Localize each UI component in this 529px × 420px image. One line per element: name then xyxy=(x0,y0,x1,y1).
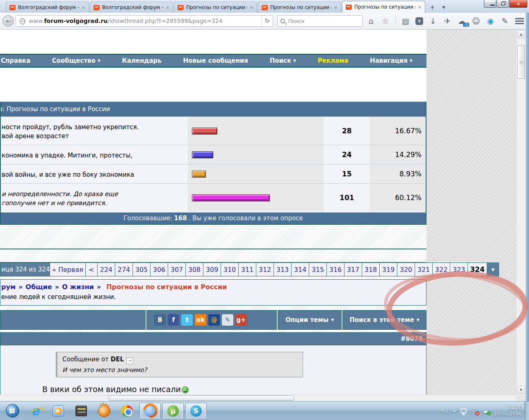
address-bar[interactable]: www.forum-volgograd.ru/showthread.php?t=… xyxy=(16,15,273,27)
page-link[interactable]: 322 xyxy=(432,262,450,276)
tab-close-icon[interactable]: × xyxy=(166,5,169,10)
social-share-icon[interactable]: @ xyxy=(208,314,220,326)
page-link[interactable]: 316 xyxy=(326,262,344,276)
taskbar-item-internet-explorer[interactable]: e xyxy=(25,403,46,419)
page-link[interactable]: 308 xyxy=(185,262,203,276)
forum-nav-item[interactable]: Навигация▼ xyxy=(370,57,413,64)
page-link[interactable]: 320 xyxy=(397,262,415,276)
forum-nav-item[interactable]: Реклама▼ xyxy=(318,57,349,64)
page-link[interactable]: 311 xyxy=(238,262,256,276)
breadcrumb-item[interactable]: Общие xyxy=(25,283,52,291)
page-link[interactable]: 313 xyxy=(274,262,292,276)
start-button[interactable] xyxy=(2,403,23,419)
page-link[interactable]: 224 xyxy=(97,262,115,276)
tab-close-icon[interactable]: × xyxy=(250,5,253,10)
page-link[interactable]: < xyxy=(85,262,98,276)
page-link[interactable]: 319 xyxy=(379,262,397,276)
home-icon[interactable]: ⌂ xyxy=(367,16,376,25)
search-input[interactable]: Поиск xyxy=(277,15,363,27)
page-link[interactable]: 317 xyxy=(344,262,362,276)
breadcrumb-item[interactable]: О жизни xyxy=(62,283,94,291)
downloads-icon[interactable]: ↓ xyxy=(429,16,438,25)
scroll-up-icon[interactable]: ▲ xyxy=(517,30,525,38)
taskbar-item-utorrent[interactable]: µ xyxy=(162,403,184,419)
page-link[interactable]: 274 xyxy=(115,262,133,276)
network-icon[interactable] xyxy=(461,409,467,413)
social-share-icon[interactable]: ok xyxy=(195,314,206,326)
forum-nav-item[interactable]: Календарь▼ xyxy=(122,57,161,64)
horizontal-scrollbar[interactable] xyxy=(0,395,516,401)
browser-tab[interactable]: Волгоградский форум - Р... × xyxy=(90,2,173,13)
browser-tab[interactable]: Прогнозы по ситуации в Р... × xyxy=(258,2,341,13)
taskbar-item-media-player[interactable]: ▶ xyxy=(48,403,69,419)
forum-nav-item[interactable]: Сообщество▼ xyxy=(52,57,100,64)
post-number[interactable]: #8076 xyxy=(401,335,423,342)
vertical-scrollbar-thumb[interactable] xyxy=(517,45,525,79)
taskbar-item-gom-player[interactable] xyxy=(93,403,115,419)
view-post-icon[interactable]: → xyxy=(126,358,133,364)
thread-options-button[interactable]: Опции темы▼ xyxy=(278,310,342,330)
taskbar-clock[interactable]: 21:20 15.01.2016 xyxy=(494,405,522,417)
taskbar-item-firefox[interactable] xyxy=(139,403,161,419)
taskbar-item-skype[interactable]: S xyxy=(185,403,207,419)
page-link[interactable]: 318 xyxy=(362,262,380,276)
send-tab-icon[interactable]: ✈ xyxy=(443,16,452,25)
page-link[interactable]: 323 xyxy=(450,262,468,276)
page-select-dropdown[interactable]: ▼ xyxy=(487,262,499,276)
taskbar-item-chrome[interactable] xyxy=(116,403,138,419)
tab-close-icon[interactable]: × xyxy=(82,5,85,10)
new-tab-button[interactable]: + xyxy=(426,3,439,12)
pocket-icon[interactable]: ∨ xyxy=(415,17,423,25)
page-link[interactable]: « Первая xyxy=(50,262,86,276)
browser-tab[interactable]: Прогнозы по ситуации в Р... × xyxy=(342,1,425,13)
bookmarks-menu-icon[interactable]: ▤ xyxy=(401,16,410,25)
page-link[interactable]: 305 xyxy=(132,262,150,276)
bookmark-star-icon[interactable]: ☆ xyxy=(381,16,390,25)
social-share-icon[interactable]: t xyxy=(181,314,193,326)
drop-addon-icon[interactable]: ◉ xyxy=(486,16,495,25)
social-share-icon[interactable]: f xyxy=(168,314,179,326)
list-all-tabs-icon[interactable]: ▼ xyxy=(439,3,449,12)
cloud-sync-icon[interactable]: ☁✓ xyxy=(482,408,489,414)
restore-button[interactable] xyxy=(497,0,509,8)
close-button[interactable]: × xyxy=(509,0,527,8)
breadcrumb-item[interactable]: рум xyxy=(1,283,16,291)
browser-tab[interactable]: Прогнозы по ситуации в Р... × xyxy=(174,2,257,13)
scroll-down-icon[interactable]: ▼ xyxy=(517,386,525,394)
forum-nav-item[interactable]: Справка▼ xyxy=(1,57,30,64)
page-link[interactable]: 315 xyxy=(309,262,327,276)
page-link[interactable]: 321 xyxy=(415,262,433,276)
language-indicator[interactable]: RU xyxy=(440,408,448,414)
reload-icon[interactable]: ↻ xyxy=(261,16,273,26)
forum-nav-item[interactable]: Новые сообщения▼ xyxy=(183,57,248,64)
tab-close-icon[interactable]: × xyxy=(334,5,337,10)
tab-close-icon[interactable]: × xyxy=(418,5,422,10)
action-center-flag-icon[interactable]: ⚐× xyxy=(472,408,477,414)
page-link[interactable]: 306 xyxy=(150,262,168,276)
taskbar-item-file-tool[interactable] xyxy=(71,403,92,419)
social-share-icon[interactable]: В xyxy=(154,314,166,326)
hidden-icons-arrow-icon[interactable]: ▲ xyxy=(453,409,456,413)
site-identity-icon[interactable] xyxy=(19,18,25,24)
minimize-button[interactable] xyxy=(484,0,496,8)
page-link[interactable]: 307 xyxy=(168,262,186,276)
browser-tab[interactable]: Волгоградский форум - Г... × xyxy=(6,2,89,13)
weather-addon-icon[interactable]: ☁-1 xyxy=(457,16,466,25)
social-share-buttons: В f t ok @ ✎ g+ xyxy=(146,310,277,330)
show-desktop-button[interactable] xyxy=(524,402,529,420)
edit-addon-icon[interactable]: ✎ xyxy=(500,16,509,25)
page-link[interactable]: 310 xyxy=(221,262,239,276)
thread-search-button[interactable]: Поиск в этой теме▼ xyxy=(342,310,426,330)
social-share-icon[interactable]: g+ xyxy=(235,314,247,326)
social-share-icon[interactable]: ✎ xyxy=(222,314,233,326)
menu-icon[interactable] xyxy=(515,17,524,25)
page-link[interactable]: 314 xyxy=(291,262,309,276)
horizontal-scrollbar-thumb[interactable] xyxy=(109,395,294,401)
forum-nav-item[interactable]: Поиск▼ xyxy=(270,57,296,64)
page-link[interactable]: 309 xyxy=(203,262,221,276)
vertical-scrollbar[interactable]: ▲ ▼ xyxy=(516,30,526,395)
url-text[interactable]: www.forum-volgograd.ru/showthread.php?t=… xyxy=(29,18,261,24)
emoji-addon-icon[interactable]: ☺ xyxy=(472,16,481,25)
page-link[interactable]: 312 xyxy=(256,262,274,276)
back-button[interactable]: ← xyxy=(2,15,14,27)
